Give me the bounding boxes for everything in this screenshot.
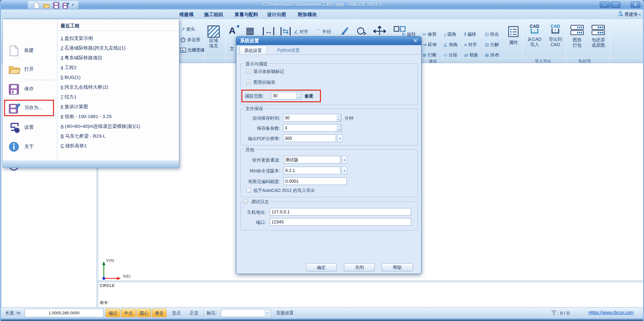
ribbon-button-segment[interactable]: ⊹分段 [443,50,464,60]
tab-python-settings[interactable]: Python设置 [273,46,304,55]
ribbon-button-unpack-graphics[interactable]: 包还原 成原图 [588,25,609,48]
dialog-close-button[interactable]: × [412,38,419,44]
menu-item-about[interactable]: 关于 [5,139,54,155]
ribbon-button-arrange[interactable]: ⊞排布 [485,50,506,60]
dimension-style-select[interactable]: ▾ [221,309,271,317]
checkbox-antialias[interactable]: ✓ [246,80,251,84]
dimension-aligned-icon[interactable]: ⇆ [281,27,291,35]
snap-toggle-perpendicular[interactable]: 垂足 [152,309,167,317]
backup-count-spinner[interactable]: ▴▾ [336,124,341,132]
checkbox-autocad2012[interactable] [246,188,251,193]
user-name: 曹建海 [624,12,638,17]
ribbon-button-radius-dim[interactable]: ⌒ 半径 [316,28,331,35]
tab-quantity[interactable]: 算量与配料 [233,11,260,18]
dialog-title[interactable]: 系统设置 [236,37,421,45]
ribbon-button-group[interactable]: ⊡组合 [485,29,506,39]
recent-item[interactable]: 8 换填计算图 [61,102,178,111]
group-debug-log-title[interactable]: 调试日志 [250,199,270,204]
menu-item-save[interactable]: 保存 [5,81,54,97]
ribbon-button-replace[interactable]: ⇄替换 [464,50,485,60]
ribbon-button-properties[interactable]: 属性 [505,26,522,45]
fem-precision-input[interactable] [284,177,347,185]
move-tool-icon[interactable] [373,26,386,37]
recent-item[interactable]: 1 盘扣支架示例 [61,33,178,43]
pane-divider-horizontal[interactable] [98,281,644,282]
ribbon-button-chamfer[interactable]: ∠倒角 [443,39,464,50]
ribbon-button-pack-graphics[interactable]: 图形 打包 [568,25,587,48]
dimension-select-arrow-icon[interactable]: ▾ [265,310,269,316]
recent-item[interactable]: B 马东七桥梁 - B23-L [61,131,178,141]
snap-toggle-endpoint[interactable]: 端点 [106,309,120,317]
tab-addons[interactable]: 附加模块 [297,11,318,18]
checkbox-show-axis[interactable]: ✓ [246,69,251,74]
menu-item-settings[interactable]: 设置 [5,120,54,136]
help-button[interactable]: 帮助 [381,263,413,271]
ortho-toggle[interactable]: 正交 [187,309,201,317]
port-input[interactable] [270,218,411,226]
ribbon-button-align-dim[interactable]: ∠ 对齐 [294,28,308,35]
checkbox-autocad2012-label[interactable]: 低于AutoCAD 2012 的导入导出 [253,188,315,193]
menu-item-open[interactable]: 打开 [5,62,54,78]
chamfer-icon: ∠ [443,42,447,48]
ok-button[interactable]: 确定 [306,263,337,271]
recent-item[interactable]: 7 结力1 [61,92,178,102]
ribbon-button-offset[interactable]: ‖偏移 [464,29,485,39]
checkbox-antialias-label[interactable]: 图形抗锯齿 [253,80,275,85]
ribbon-button-explode[interactable]: ⊟分解 [485,39,506,50]
dimension-linear-icon[interactable]: ↔ [263,27,274,35]
website-link[interactable]: Https://www.rbcce.com [588,310,633,315]
annotation-settings-highlight [4,100,54,116]
ribbon-button-raster-image[interactable]: 光栅图像 [180,47,205,54]
autosave-spinner[interactable]: ▴▾ [336,114,341,122]
ribbon-button-polygon[interactable]: 多边形 [180,36,200,43]
dialog-close-action-button[interactable]: 关闭 [344,263,375,271]
tab-drawing-output[interactable]: 设计出图 [266,11,287,18]
snap-toggle-intersection[interactable]: 交点 [169,309,183,317]
mct-version-arrow-icon[interactable]: ▾ [342,167,347,175]
tab-system-settings[interactable]: 系统设置 [239,46,267,55]
ribbon-button-trim[interactable]: ✂修剪 [422,29,443,39]
mct-version-select[interactable]: 8.2.1 [284,167,340,174]
ribbon-button-export-cad[interactable]: CAD ↑ 导出到 CAD [546,24,565,47]
command-prompt[interactable]: 命令: [100,300,109,306]
ribbon-button-fillet[interactable]: ╭圆角 [443,29,464,39]
recent-item[interactable]: 4 工程2 [61,62,178,72]
recent-item[interactable]: A (40+60+40)m连续道岔梁模板(新)(1) [61,121,178,131]
update-channel-arrow-icon[interactable]: ▾ [342,156,347,164]
tab-3d-modeling[interactable]: 维建模 [179,11,194,18]
brush-icon[interactable] [340,27,349,35]
checkbox-show-axis-label[interactable]: 显示坐标轴标记 [253,69,284,74]
pdf-resolution-select[interactable]: 300 [283,134,336,142]
ribbon-separator [610,21,610,61]
autosave-input[interactable] [283,114,341,122]
recent-item[interactable]: C 雄忻高铁1 [61,141,178,151]
table-tool-icon[interactable]: ▦ [245,26,254,35]
copy-tool-icon[interactable] [356,27,367,36]
host-input[interactable] [270,208,411,216]
snap-toggle-midpoint[interactable]: 中点 [121,309,136,317]
ribbon-button-extend[interactable]: ⇥延伸 [422,39,443,50]
text-tool-icon[interactable]: A [229,26,236,35]
backup-count-input[interactable] [283,124,341,132]
ribbon-button-import-cad[interactable]: CAD ↓ 从CAD 导入 [525,24,544,47]
recent-item[interactable]: 6 跨京九右线特大桥(2) [61,82,178,92]
snap-toggle-center[interactable]: 圆心 [137,309,151,317]
recent-item[interactable]: 2 石港城际铁路(跨京九左线)(1) [61,43,178,53]
pdf-resolution-arrow-icon[interactable]: ▾ [337,134,343,142]
ribbon-button-region-fill[interactable]: 区域 填充 [205,25,222,49]
recent-item[interactable]: 9 祖南 - 100-1881 - 3.25 [61,111,178,121]
recent-item[interactable]: 5 BUG(1) [61,72,178,82]
maximize-button[interactable]: □ [611,2,620,8]
menu-item-new[interactable]: 新建 [5,43,54,59]
close-button[interactable]: × [631,2,640,8]
explode-icon: ⊟ [485,42,489,48]
ribbon-button-arrow[interactable]: ↗ 箭头 [181,26,195,33]
ribbon-button-align[interactable]: ≡对齐 [464,39,485,50]
tab-construction[interactable]: 施工组织 [203,11,224,18]
user-account[interactable]: 曹建海 ▾ [618,10,641,18]
update-channel-select[interactable]: 测试版 [284,156,340,163]
page-setup-button[interactable]: 页面设置 [276,310,294,316]
recent-item[interactable]: 3 粤东城际铁路项目 [61,53,178,62]
checkbox-debug-log[interactable]: ✓ [243,199,248,204]
minimize-button[interactable]: – [600,2,610,8]
